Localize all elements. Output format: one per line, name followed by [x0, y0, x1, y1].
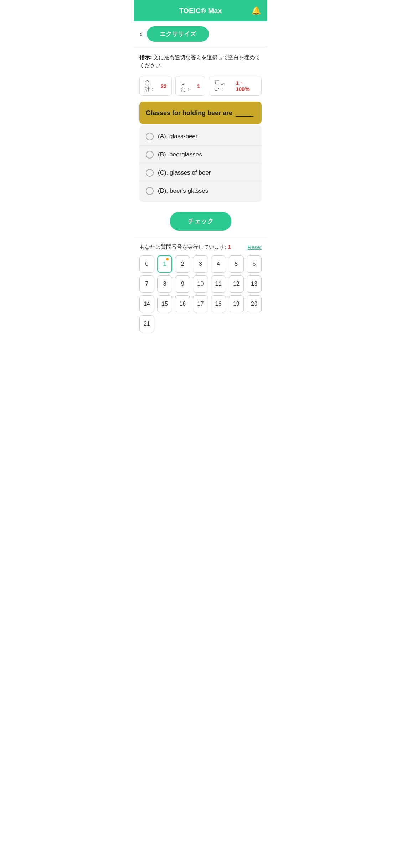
sub-header: ‹ エクササイズ [134, 21, 267, 47]
option-a[interactable]: (A). glass-beer [139, 128, 262, 146]
app-header: TOEIC® Max 🔔 [134, 0, 267, 21]
option-b[interactable]: (B). beerglasses [139, 146, 262, 164]
stat-correct: 正しい： 1 ~ 100% [209, 76, 262, 96]
instructions-text: 文に最も適切な答えを選択して空白を埋めてください [139, 54, 260, 68]
num-cell-6[interactable]: 6 [247, 255, 262, 273]
num-cell-18[interactable]: 18 [211, 295, 226, 312]
radio-b[interactable] [146, 151, 154, 159]
radio-a[interactable] [146, 133, 154, 140]
num-cell-14[interactable]: 14 [139, 295, 154, 312]
num-cell-5[interactable]: 5 [229, 255, 244, 273]
instructions: 指示: 文に最も適切な答えを選択して空白を埋めてください [134, 47, 267, 74]
num-dot-1 [166, 258, 169, 260]
num-cell-19[interactable]: 19 [229, 295, 244, 312]
reset-link[interactable]: Reset [248, 244, 262, 250]
num-cell-2[interactable]: 2 [175, 255, 190, 273]
option-d[interactable]: (D). beer's glasses [139, 182, 262, 200]
back-button[interactable]: ‹ [139, 30, 142, 39]
navigator-section: あなたは質問番号を実行しています: 1 Reset 01234567891011… [134, 238, 267, 340]
nav-info-prefix: あなたは質問番号を実行しています: [139, 244, 226, 250]
stat-correct-label: 正しい： [214, 79, 233, 93]
radio-d[interactable] [146, 187, 154, 195]
stat-done-value: 1 [197, 83, 200, 89]
number-grid: 0123456789101112131415161718192021 [139, 255, 262, 340]
question-blank: ____ [236, 109, 253, 117]
num-cell-3[interactable]: 3 [193, 255, 208, 273]
num-cell-10[interactable]: 10 [193, 275, 208, 293]
stat-correct-value: 1 ~ 100% [236, 80, 256, 92]
num-cell-17[interactable]: 17 [193, 295, 208, 312]
options-container: (A). glass-beer (B). beerglasses (C). gl… [139, 125, 262, 202]
num-cell-8[interactable]: 8 [157, 275, 172, 293]
instructions-prefix: 指示: [139, 54, 152, 60]
num-cell-9[interactable]: 9 [175, 275, 190, 293]
num-cell-1[interactable]: 1 [157, 255, 172, 273]
num-cell-11[interactable]: 11 [211, 275, 226, 293]
question-text: Glasses for holding beer are [146, 109, 232, 117]
num-cell-20[interactable]: 20 [247, 295, 262, 312]
bell-icon[interactable]: 🔔 [251, 6, 261, 15]
stat-total-value: 22 [161, 83, 167, 89]
num-cell-4[interactable]: 4 [211, 255, 226, 273]
stats-row: 合計： 22 した： 1 正しい： 1 ~ 100% [134, 74, 267, 102]
stat-total-label: 合計： [145, 79, 159, 93]
num-cell-15[interactable]: 15 [157, 295, 172, 312]
option-d-label: (D). beer's glasses [158, 187, 208, 195]
num-cell-21[interactable]: 21 [139, 315, 154, 332]
app-title: TOEIC® Max [179, 7, 222, 15]
check-button[interactable]: チェック [170, 212, 231, 231]
option-c-label: (C). glasses of beer [158, 169, 211, 176]
option-b-label: (B). beerglasses [158, 151, 202, 158]
check-button-wrap: チェック [134, 212, 267, 231]
num-cell-0[interactable]: 0 [139, 255, 154, 273]
exercise-button[interactable]: エクササイズ [147, 26, 209, 42]
radio-c[interactable] [146, 169, 154, 177]
stat-total: 合計： 22 [139, 76, 172, 96]
stat-done: した： 1 [175, 76, 205, 96]
question-box: Glasses for holding beer are ____ [139, 102, 262, 124]
option-a-label: (A). glass-beer [158, 133, 197, 140]
num-cell-12[interactable]: 12 [229, 275, 244, 293]
nav-current-question: 1 [228, 244, 231, 250]
stat-done-label: した： [181, 79, 195, 93]
nav-info-row: あなたは質問番号を実行しています: 1 Reset [139, 244, 262, 250]
num-cell-13[interactable]: 13 [247, 275, 262, 293]
num-cell-16[interactable]: 16 [175, 295, 190, 312]
num-cell-7[interactable]: 7 [139, 275, 154, 293]
nav-info-text: あなたは質問番号を実行しています: 1 [139, 244, 231, 250]
option-c[interactable]: (C). glasses of beer [139, 164, 262, 182]
